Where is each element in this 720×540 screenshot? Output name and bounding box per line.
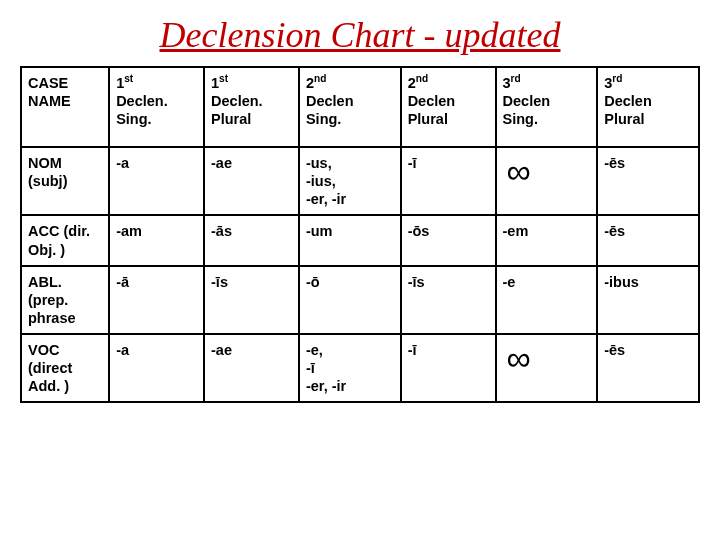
- cell: -īs: [204, 266, 299, 334]
- cell: -am: [109, 215, 204, 265]
- infinity-icon: ∞: [503, 152, 531, 190]
- cell: -ī: [401, 334, 496, 402]
- header-ordinal: 1: [116, 75, 124, 91]
- header-ordinal-sup: rd: [612, 73, 622, 84]
- header-number: Sing.: [116, 111, 151, 127]
- infinity-icon: ∞: [503, 339, 531, 377]
- cell: -a: [109, 334, 204, 402]
- cell: -e: [496, 266, 598, 334]
- cell: -ō: [299, 266, 401, 334]
- table-row: VOC (direct Add. )-a-ae-e,-ī-er, -ir-ī∞-…: [21, 334, 699, 402]
- cell: -ēs: [597, 147, 699, 215]
- header-ordinal-sup: st: [124, 73, 133, 84]
- cell: -ēs: [597, 334, 699, 402]
- header-declension: Declen: [503, 93, 551, 109]
- row-label: NOM (subj): [21, 147, 109, 215]
- table-row: NOM (subj)-a-ae-us,-ius,-er, -ir-ī∞-ēs: [21, 147, 699, 215]
- header-declension: Declen.: [211, 93, 263, 109]
- page-title: Declension Chart - updated: [20, 14, 700, 56]
- cell: -ā: [109, 266, 204, 334]
- cell: -e,-ī-er, -ir: [299, 334, 401, 402]
- cell: -ēs: [597, 215, 699, 265]
- cell: -um: [299, 215, 401, 265]
- cell: -ās: [204, 215, 299, 265]
- header-col-4: 2nd Declen Plural: [401, 67, 496, 147]
- header-ordinal: 2: [306, 75, 314, 91]
- cell: ∞: [496, 334, 598, 402]
- header-number: Sing.: [503, 111, 538, 127]
- header-case: CASE NAME: [21, 67, 109, 147]
- cell: -em: [496, 215, 598, 265]
- header-number: Sing.: [306, 111, 341, 127]
- page: Declension Chart - updated CASE NAME 1st…: [0, 0, 720, 540]
- header-col-5: 3rd Declen Sing.: [496, 67, 598, 147]
- row-label: ABL. (prep. phrase: [21, 266, 109, 334]
- cell: -ae: [204, 334, 299, 402]
- header-declension: Declen: [306, 93, 354, 109]
- cell: -ōs: [401, 215, 496, 265]
- header-ordinal: 2: [408, 75, 416, 91]
- header-col-6: 3rd Declen Plural: [597, 67, 699, 147]
- header-col-1: 1st Declen. Sing.: [109, 67, 204, 147]
- header-declension: Declen: [408, 93, 456, 109]
- cell: -ī: [401, 147, 496, 215]
- declension-table: CASE NAME 1st Declen. Sing. 1st Declen. …: [20, 66, 700, 403]
- cell: -ibus: [597, 266, 699, 334]
- cell: ∞: [496, 147, 598, 215]
- cell: -us,-ius,-er, -ir: [299, 147, 401, 215]
- row-label: VOC (direct Add. ): [21, 334, 109, 402]
- row-label: ACC (dir. Obj. ): [21, 215, 109, 265]
- header-col-2: 1st Declen. Plural: [204, 67, 299, 147]
- header-number: Plural: [604, 111, 644, 127]
- table-row: ABL. (prep. phrase-ā-īs-ō-īs-e-ibus: [21, 266, 699, 334]
- header-col-3: 2nd Declen Sing.: [299, 67, 401, 147]
- table-header-row: CASE NAME 1st Declen. Sing. 1st Declen. …: [21, 67, 699, 147]
- header-ordinal-sup: rd: [511, 73, 521, 84]
- header-ordinal-sup: nd: [314, 73, 326, 84]
- header-ordinal-sup: nd: [416, 73, 428, 84]
- table-body: NOM (subj)-a-ae-us,-ius,-er, -ir-ī∞-ēsAC…: [21, 147, 699, 402]
- header-declension: Declen: [604, 93, 652, 109]
- header-ordinal-sup: st: [219, 73, 228, 84]
- cell: -ae: [204, 147, 299, 215]
- header-number: Plural: [408, 111, 448, 127]
- header-ordinal: 1: [211, 75, 219, 91]
- header-number: Plural: [211, 111, 251, 127]
- cell: -a: [109, 147, 204, 215]
- header-ordinal: 3: [503, 75, 511, 91]
- cell: -īs: [401, 266, 496, 334]
- table-row: ACC (dir. Obj. )-am-ās-um-ōs-em-ēs: [21, 215, 699, 265]
- header-declension: Declen.: [116, 93, 168, 109]
